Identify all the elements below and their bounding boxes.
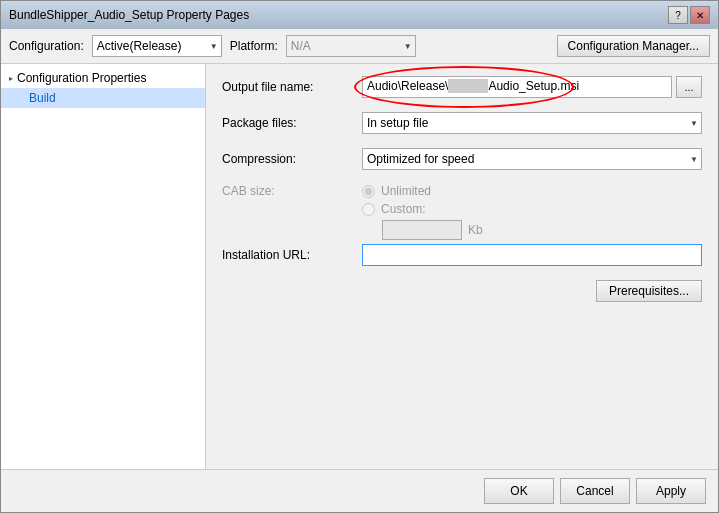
title-bar: BundleShipper_Audio_Setup Property Pages… xyxy=(1,1,718,29)
configuration-select[interactable]: Active(Release) xyxy=(92,35,222,57)
installation-url-row: Installation URL: xyxy=(222,244,702,266)
output-file-display: Audio\Release\Audio_Setup.msi xyxy=(362,76,672,98)
apply-button[interactable]: Apply xyxy=(636,478,706,504)
configuration-select-wrapper: Active(Release) xyxy=(92,35,222,57)
sidebar-child-label: Build xyxy=(29,91,56,105)
browse-button[interactable]: ... xyxy=(676,76,702,98)
prerequisites-row: Prerequisites... xyxy=(222,280,702,302)
sidebar: ▸ Configuration Properties Build xyxy=(1,64,206,469)
cancel-button[interactable]: Cancel xyxy=(560,478,630,504)
package-files-row: Package files: In setup file As loose un… xyxy=(222,112,702,134)
help-button[interactable]: ? xyxy=(668,6,688,24)
package-files-label: Package files: xyxy=(222,116,362,130)
platform-select[interactable]: N/A xyxy=(286,35,416,57)
properties-panel: Output file name: Audio\Release\Audio_Se… xyxy=(206,64,718,469)
unlimited-radio-row: Unlimited xyxy=(362,184,483,198)
output-filename-container: Audio\Release\Audio_Setup.msi ... xyxy=(362,76,702,98)
cab-size-radio-group: Unlimited Custom: Kb xyxy=(362,184,483,240)
package-files-select[interactable]: In setup file As loose uncompressed file… xyxy=(362,112,702,134)
cab-size-label: CAB size: xyxy=(222,184,362,198)
sidebar-item-build[interactable]: Build xyxy=(1,88,205,108)
compression-label: Compression: xyxy=(222,152,362,166)
kb-label: Kb xyxy=(468,223,483,237)
bottom-bar: OK Cancel Apply xyxy=(1,469,718,512)
kb-input[interactable] xyxy=(382,220,462,240)
unlimited-label: Unlimited xyxy=(381,184,431,198)
expand-icon: ▸ xyxy=(9,74,13,83)
main-window: BundleShipper_Audio_Setup Property Pages… xyxy=(0,0,719,513)
installation-url-label: Installation URL: xyxy=(222,248,362,262)
package-files-dropdown-container: In setup file As loose uncompressed file… xyxy=(362,112,702,134)
compression-dropdown-container: Optimized for speed Optimized for size N… xyxy=(362,148,702,170)
main-content: ▸ Configuration Properties Build Output … xyxy=(1,64,718,469)
sidebar-parent-label: Configuration Properties xyxy=(17,71,146,85)
installation-url-input[interactable] xyxy=(362,244,702,266)
platform-label: Platform: xyxy=(230,39,278,53)
custom-radio[interactable] xyxy=(362,203,375,216)
window-title: BundleShipper_Audio_Setup Property Pages xyxy=(9,8,249,22)
cab-size-row: CAB size: Unlimited Custom: Kb xyxy=(222,184,702,240)
toolbar: Configuration: Active(Release) Platform:… xyxy=(1,29,718,64)
ok-button[interactable]: OK xyxy=(484,478,554,504)
close-button[interactable]: ✕ xyxy=(690,6,710,24)
sidebar-item-configuration-properties[interactable]: ▸ Configuration Properties xyxy=(1,68,205,88)
title-bar-controls: ? ✕ xyxy=(668,6,710,24)
custom-label: Custom: xyxy=(381,202,426,216)
prerequisites-button[interactable]: Prerequisites... xyxy=(596,280,702,302)
redacted-text xyxy=(448,79,488,93)
kb-row: Kb xyxy=(382,220,483,240)
output-file-label: Output file name: xyxy=(222,80,362,94)
platform-select-wrapper: N/A xyxy=(286,35,416,57)
compression-select[interactable]: Optimized for speed Optimized for size N… xyxy=(362,148,702,170)
output-file-row: Output file name: Audio\Release\Audio_Se… xyxy=(222,76,702,98)
config-manager-button[interactable]: Configuration Manager... xyxy=(557,35,710,57)
custom-radio-row: Custom: xyxy=(362,202,483,216)
compression-row: Compression: Optimized for speed Optimiz… xyxy=(222,148,702,170)
configuration-label: Configuration: xyxy=(9,39,84,53)
unlimited-radio[interactable] xyxy=(362,185,375,198)
